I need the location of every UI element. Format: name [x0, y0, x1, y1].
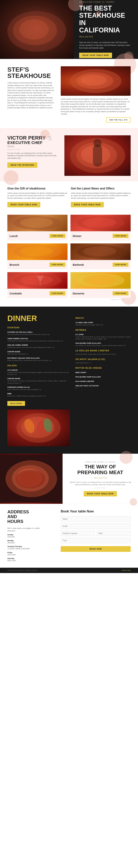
caesar-name: 4+5 CAESAR: [7, 369, 18, 371]
hero-title: THE BESTSTEAKHOUSE INCALIFORNIA: [79, 5, 133, 34]
gift-box: Give the Gift of steakhouse Article euis…: [7, 187, 67, 208]
thick-bacon-desc: | 3: [75, 387, 131, 389]
menu-card-dinner: Dinner VIEW MORE: [70, 215, 131, 241]
menu-cocktails-btn[interactable]: VIEW MORE: [49, 291, 65, 296]
menu-card-cocktails: Cocktails VIEW MORE: [7, 272, 68, 298]
menu-card-dinner-bottom: Dinner VIEW MORE: [70, 231, 131, 241]
bibb-desc: persimmons, cabalets coloston, pomegrana…: [7, 395, 70, 397]
chevre-name: CHEVRE INSIDE: [7, 351, 20, 352]
starters-category: STARTERS: [7, 327, 70, 329]
dinner-heading: DINNER: [7, 314, 70, 323]
beef-crispy-name: BEEF CRISPY: [75, 372, 87, 373]
time-input[interactable]: [61, 538, 131, 543]
privacy-policy-link[interactable]: Privacy Policy: [122, 569, 131, 571]
dinner-item-thick-bacon: GRILLED THICK CUT BACON | 3: [75, 384, 131, 389]
menu-barbook-btn[interactable]: VIEW MORE: [113, 262, 129, 267]
preparing-badge: Open for over 11 years: [85, 461, 115, 463]
form-guests-date-row: [61, 531, 131, 536]
dinner-item-butternut: BUTTERNUT SQUASH OVER SCALLOPS butternut…: [7, 356, 70, 362]
victor-description: For over 15 years, our restaurant near L…: [7, 152, 59, 160]
book-now-button[interactable]: BOOK NOW: [61, 546, 131, 552]
gift-title: Give the Gift of steakhouse: [7, 187, 67, 190]
stefs-section: STEF'SSTEAKHOUSE Article euisiam arrived…: [0, 59, 138, 128]
stefs-title: STEF'SSTEAKHOUSE: [7, 66, 55, 79]
menu-brunch-btn[interactable]: VIEW MORE: [49, 262, 65, 267]
victor-chef-image: [64, 135, 131, 176]
dinner-item-garden: FORWARD GARDEN SALAD butter mushrooms, r…: [7, 385, 70, 391]
grilled-shrimp-desc: grilled jumbo shrimp, house bbq sauce, s…: [7, 346, 70, 348]
friday-label: Friday: [7, 552, 55, 554]
half-lobster-name: HALF MAINE LOBSTER: [75, 380, 94, 382]
gift-cta-button[interactable]: BOOK YOUR TABLE NOW: [7, 202, 40, 207]
garden-desc: butter mushrooms, radicchio, shallot vin…: [7, 389, 70, 391]
svg-point-18: [83, 246, 116, 256]
menu-card-brunch-bottom: Brunch VIEW MORE: [7, 260, 68, 269]
dinner-item-bibb: BIBB persimmons, cabalets coloston, pome…: [7, 392, 70, 397]
name-input[interactable]: [61, 516, 131, 522]
wagyu-desc: Miyazaki prefecture A5 wagyu / $100 / 5o…: [75, 324, 131, 326]
preparing-description: Open for over 11 years, our restaurant n…: [68, 481, 133, 486]
form-name-row: [61, 516, 131, 522]
menu-card-brunch-image: [7, 243, 68, 260]
email-input[interactable]: [61, 524, 131, 529]
dinner-item-beef-crispy: BEEF CRISPY: [75, 370, 131, 374]
menu-card-lunch-bottom: Lunch VIEW MORE: [7, 231, 68, 241]
monday-label: Monday: [7, 540, 55, 541]
preparing-title: THE WAY OFPREPARING MEAT: [77, 464, 123, 475]
menu-dinner-btn[interactable]: VIEW MORE: [113, 234, 129, 238]
dinner-item-wagyu: A-5 NEW YORK STRIP Miyazaki prefecture A…: [75, 320, 131, 326]
form-time-row: [61, 538, 131, 543]
pan-seared2-name: PAN SEARED OVER SCALLOPS: [75, 376, 101, 378]
menu-grid: Lunch VIEW MORE Dinner VIEW MORE: [7, 215, 131, 298]
address-street: 550 S. Hope Street, Los Angeles, CA, 900…: [7, 527, 55, 530]
monday-hours: 4PM-9PM: [7, 541, 55, 544]
hero-content: Open for over 11 years THE BESTSTEAKHOUS…: [75, 0, 138, 59]
stefs-image-inner: [61, 66, 131, 96]
menu-brunch-label: Brunch: [9, 263, 19, 266]
saturday-label: Saturday: [7, 558, 55, 559]
menu-card-cocktails-image: [7, 272, 68, 289]
news-cta-button[interactable]: BOOK YOUR TABLE NOW: [71, 202, 104, 207]
svg-rect-9: [93, 145, 102, 167]
dinner-item-half-lobster: HALF MAINE LOBSTER: [75, 379, 131, 383]
menu-desserts-btn[interactable]: VIEW MORE: [113, 291, 129, 296]
address-phone: (310) 0421: [7, 530, 55, 532]
dinner-item-pan-seared2: PAN SEARED OVER SCALLOPS: [75, 375, 131, 378]
gift-news-section: Give the Gift of steakhouse Article euis…: [0, 181, 138, 213]
chevre2-desc: dried tomatoes, cucumbers, cherry tomato…: [7, 380, 70, 384]
date-input[interactable]: [97, 531, 131, 536]
dinner-right-col: WAGYU A-5 NEW YORK STRIP Miyazaki prefec…: [75, 314, 131, 446]
stefs-right-col: Article euisiam arrived euismod highest …: [61, 66, 131, 122]
menu-dinner-label: Dinner: [73, 235, 81, 238]
menu-cocktails-label: Cocktails: [9, 292, 22, 295]
victor-section: VICTOR PERRY 🍴 EXECUTIVE CHEF Michelin I…: [0, 128, 138, 181]
dinner-item-atlantic: drawn butter lemon / 1 4: [75, 362, 131, 364]
oysters-desc: one dozen yellowfin tuna-sweet onion chu…: [7, 334, 70, 336]
stefs-text-right: Article euisiam arrived euismod highest …: [61, 98, 131, 116]
dinner-item-nystrip: N-Y STRIP serves 2, half maine lobster, …: [75, 333, 131, 340]
hero-background: [0, 0, 74, 59]
victor-cta-button[interactable]: READ THE INTERVIEW: [7, 162, 37, 168]
bibb-name: BIBB: [7, 393, 11, 395]
tuesday-hours: 11:30AM-2:30PM & 4PM-9PM: [7, 548, 55, 550]
hero-badge: Open for over 11 years: [79, 1, 133, 3]
dinner-section: DINNER STARTERS OYSTERS ON THE HALF SHEL…: [0, 307, 138, 454]
address-box: ADDRESSANDHOURS 550 S. Hope Street, Los …: [7, 509, 55, 562]
guests-input[interactable]: [61, 531, 95, 536]
dinner-item-shrimp-cocktail: TIGER SHRIMP COCKTAIL horseradish-free M…: [7, 337, 70, 342]
stefs-text-left: Article euisiam arrived euismod highest …: [7, 82, 55, 109]
preparing-cta-button[interactable]: BOOK YOUR TABLE NOW: [84, 491, 117, 496]
dinner-food-image: [7, 409, 70, 446]
menu-lunch-btn[interactable]: VIEW MORE: [49, 234, 65, 238]
preparing-left-image: [0, 454, 63, 504]
caesar-desc: romaine hearts, caesar dressing, parmigi…: [7, 371, 70, 375]
stefs-cta-button[interactable]: SEE THE FULL STA: [106, 117, 131, 122]
book-title: Book Your table Now: [61, 509, 131, 514]
atlantic-category: ATLANTIC SALMON (3 oz): [75, 358, 131, 360]
hero-cta-button[interactable]: BOOK YOUR TABLE NOW: [79, 53, 112, 58]
hero-description: Open for over 11 years, our restaurant n…: [79, 41, 133, 49]
read-more-button[interactable]: READ MORE: [7, 401, 25, 406]
menu-card-desserts: Desserts VIEW MORE: [70, 272, 131, 298]
pan-seared-desc: two scallops, 10 mexican white shrimp, 1…: [75, 344, 131, 346]
menu-card-lunch: Lunch VIEW MORE: [7, 215, 68, 241]
